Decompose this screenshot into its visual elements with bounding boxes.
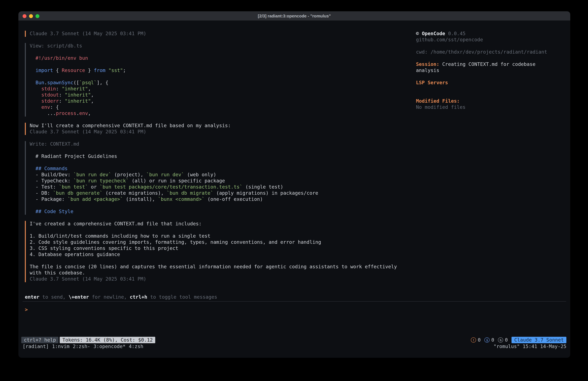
help-badge[interactable]: ctrl+? help [21,337,59,343]
status-bar: ctrl+? help Tokens: 16.4K (8%), Cost: $0… [18,337,570,343]
prompt-input[interactable]: > [25,306,566,319]
diagnostics-hints: h 0 [498,337,508,343]
warning-count: 0 [478,337,481,343]
minimize-button[interactable] [29,14,33,18]
tmux-window-zsh2[interactable]: 2:zsh- [73,344,90,350]
opencode-app: Claude 3.7 Sonnet (14 May 2025 03:41 PM)… [18,21,570,358]
assistant-summary-message: I've created a comprehensive CONTEXT.md … [25,221,409,282]
prompt-symbol: > [25,307,28,313]
close-button[interactable] [22,14,26,18]
info-icon: i [484,337,490,343]
diagnostics-warnings: ! 0 [471,337,481,343]
hint-icon: h [498,337,503,343]
info-count: 0 [491,337,494,343]
desktop: [2/3] radiant:3:opencode - "romulus" Cla… [0,0,588,381]
status-right-group: ! 0 i 0 h 0 Claude 3.7 Sonnet [471,337,566,343]
terminal-window: [2/3] radiant:3:opencode - "romulus" Cla… [18,11,570,358]
tmux-window-nvim[interactable]: 1:nvim [52,344,69,350]
tool-view-block: View: script/db.ts #!/usr/bin/env bun im… [25,43,409,116]
info-sidebar: © OpenCode 0.0.45github.com/sst/opencode… [416,31,561,111]
assistant-message-header: Claude 3.7 Sonnet (14 May 2025 03:41 PM) [25,31,409,37]
traffic-lights [22,11,39,21]
tool-write-block: Write: CONTEXT.md # Radiant Project Guid… [25,141,409,215]
input-divider [22,301,566,302]
model-badge[interactable]: Claude 3.7 Sonnet [512,337,566,343]
keybind-hint: enter to send, \+enter for newline, ctrl… [25,294,217,300]
tmux-window-zsh4[interactable]: 4:zsh [129,344,143,350]
tmux-window-opencode[interactable]: 3:opencode* [93,344,126,350]
assistant-message: Now I'll create a comprehensive CONTEXT.… [25,123,409,135]
window-title: [2/3] radiant:3:opencode - "romulus" [258,13,331,18]
warning-icon: ! [471,337,476,343]
tmux-status-bar: [radiant] 1:nvim 2:zsh- 3:opencode* 4:zs… [22,344,566,350]
zoom-button[interactable] [36,14,39,18]
tokens-cost-badge: Tokens: 16.4K (8%), Cost: $0.12 [60,337,155,343]
tmux-window-list: [radiant] 1:nvim 2:zsh- 3:opencode* 4:zs… [22,344,143,350]
chat-transcript: Claude 3.7 Sonnet (14 May 2025 03:41 PM)… [25,31,409,288]
tmux-session-name: [radiant] [22,344,49,350]
diagnostics-info: i 0 [484,337,494,343]
hint-count: 0 [505,337,508,343]
status-left-group: ctrl+? help Tokens: 16.4K (8%), Cost: $0… [21,337,155,343]
tmux-host-time: "romulus" 15:41 14-May-25 [493,344,566,350]
window-titlebar[interactable]: [2/3] radiant:3:opencode - "romulus" [18,11,570,21]
